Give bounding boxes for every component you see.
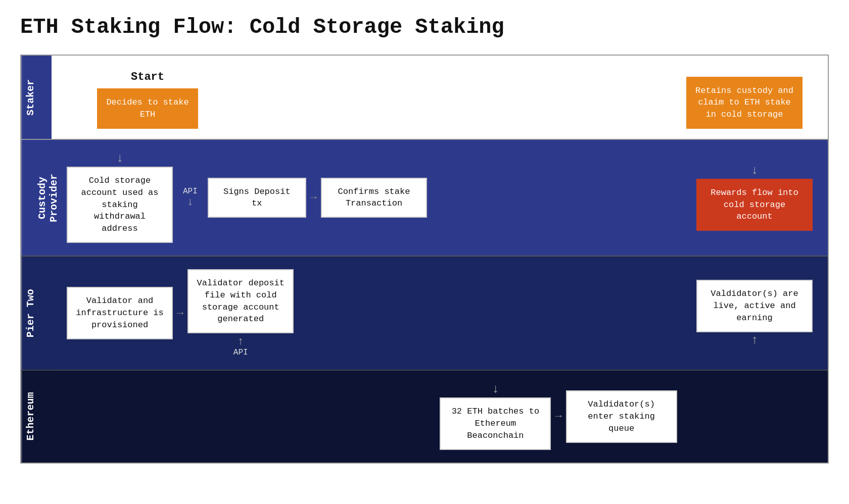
ethereum-box1: 32 ETH batches to Ethereum Beaconchain — [440, 397, 551, 449]
custody-box4: Rewards flow into cold storage account — [696, 179, 813, 231]
pier-box1: Validator and infrastructure is provisio… — [67, 287, 173, 339]
staker-box1: Decides to stake ETH — [97, 88, 198, 129]
diagram: Staker Start Decides to stake ETH Retain… — [20, 55, 829, 464]
ethereum-label: Ethereum — [21, 371, 52, 462]
pier-box3: Valdidator(s) are live, active and earni… — [696, 280, 813, 332]
staker-box2: Retains custody and claim to ETH stake i… — [686, 77, 803, 129]
page-title: ETH Staking Flow: Cold Storage Staking — [20, 15, 829, 39]
ethereum-box2: Valdidator(s) enter staking queue — [566, 390, 677, 442]
custody-label: Custody Provider — [21, 140, 52, 256]
pier-label: Pier Two — [21, 257, 52, 370]
pier-box2: Validator deposit file with cold storage… — [187, 269, 294, 333]
api-label-1: API — [183, 187, 198, 196]
api-label-2: API — [233, 348, 248, 357]
start-label: Start — [131, 71, 164, 83]
custody-box2: Signs Deposit tx — [208, 178, 306, 218]
staker-start-col: Start Decides to stake ETH — [97, 71, 198, 129]
custody-arrow1: → — [306, 191, 321, 204]
ethereum-arrow: → — [551, 410, 565, 423]
custody-box3: Confirms stake Transaction — [321, 178, 427, 218]
staker-label: Staker — [21, 56, 52, 139]
custody-box1: Cold storage account used as staking wit… — [67, 167, 173, 243]
pier-arrow1: → — [173, 307, 187, 320]
